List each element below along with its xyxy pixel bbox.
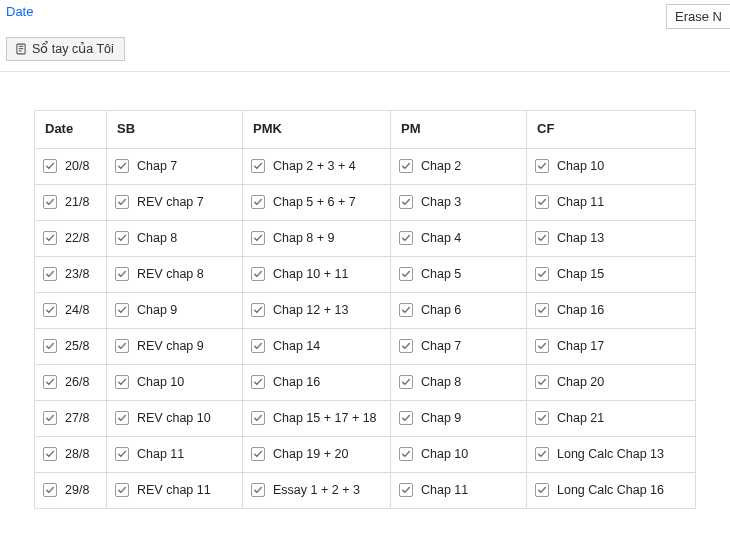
cell-text: Chap 16 [557, 303, 604, 317]
checkbox-icon[interactable] [535, 231, 549, 245]
checkbox-icon[interactable] [535, 483, 549, 497]
checkbox-icon[interactable] [115, 303, 129, 317]
cell-pm: Chap 11 [391, 473, 527, 509]
checkbox-icon[interactable] [43, 267, 57, 281]
cell-text: 25/8 [65, 339, 89, 353]
cell-cf: Chap 21 [527, 401, 696, 437]
cell-text: REV chap 7 [137, 195, 204, 209]
cell-text: Essay 1 + 2 + 3 [273, 483, 360, 497]
table-row: 29/8REV chap 11Essay 1 + 2 + 3Chap 11Lon… [35, 473, 696, 509]
checkbox-icon[interactable] [43, 195, 57, 209]
checkbox-icon[interactable] [399, 483, 413, 497]
column-header: Date [35, 111, 107, 149]
checkbox-icon[interactable] [535, 339, 549, 353]
checkbox-icon[interactable] [399, 339, 413, 353]
cell-pmk: Chap 15 + 17 + 18 [243, 401, 391, 437]
checkbox-icon[interactable] [251, 231, 265, 245]
checkbox-icon[interactable] [43, 339, 57, 353]
date-link[interactable]: Date [6, 4, 33, 19]
cell-sb: Chap 9 [107, 293, 243, 329]
checkbox-icon[interactable] [115, 411, 129, 425]
cell-sb: REV chap 7 [107, 185, 243, 221]
cell-text: 20/8 [65, 159, 89, 173]
checkbox-icon[interactable] [43, 231, 57, 245]
study-plan-table: DateSBPMKPMCF 20/8Chap 7Chap 2 + 3 + 4Ch… [34, 110, 696, 509]
checkbox-icon[interactable] [43, 375, 57, 389]
cell-pm: Chap 2 [391, 149, 527, 185]
checkbox-icon[interactable] [535, 267, 549, 281]
checkbox-icon[interactable] [43, 483, 57, 497]
cell-sb: Chap 11 [107, 437, 243, 473]
column-header: PM [391, 111, 527, 149]
checkbox-icon[interactable] [399, 375, 413, 389]
cell-cf: Chap 15 [527, 257, 696, 293]
checkbox-icon[interactable] [43, 159, 57, 173]
checkbox-icon[interactable] [115, 195, 129, 209]
checkbox-icon[interactable] [251, 375, 265, 389]
table-row: 21/8REV chap 7Chap 5 + 6 + 7Chap 3Chap 1… [35, 185, 696, 221]
cell-pm: Chap 3 [391, 185, 527, 221]
checkbox-icon[interactable] [535, 411, 549, 425]
checkbox-icon[interactable] [399, 159, 413, 173]
cell-date: 26/8 [35, 365, 107, 401]
my-notebook-tab[interactable]: Sổ tay của Tôi [6, 37, 125, 61]
checkbox-icon[interactable] [535, 195, 549, 209]
checkbox-icon[interactable] [43, 447, 57, 461]
column-header: CF [527, 111, 696, 149]
checkbox-icon[interactable] [115, 375, 129, 389]
checkbox-icon[interactable] [251, 303, 265, 317]
table-row: 24/8Chap 9Chap 12 + 13Chap 6Chap 16 [35, 293, 696, 329]
checkbox-icon[interactable] [251, 447, 265, 461]
checkbox-icon[interactable] [43, 303, 57, 317]
cell-text: Chap 10 + 11 [273, 267, 348, 281]
checkbox-icon[interactable] [251, 339, 265, 353]
checkbox-icon[interactable] [115, 483, 129, 497]
cell-sb: Chap 10 [107, 365, 243, 401]
checkbox-icon[interactable] [115, 339, 129, 353]
notebook-icon [15, 43, 27, 55]
cell-text: Chap 11 [137, 447, 184, 461]
table-row: 22/8Chap 8Chap 8 + 9Chap 4Chap 13 [35, 221, 696, 257]
checkbox-icon[interactable] [399, 195, 413, 209]
checkbox-icon[interactable] [399, 447, 413, 461]
cell-cf: Chap 10 [527, 149, 696, 185]
cell-text: Chap 19 + 20 [273, 447, 348, 461]
checkbox-icon[interactable] [251, 195, 265, 209]
checkbox-icon[interactable] [535, 447, 549, 461]
cell-text: Chap 5 + 6 + 7 [273, 195, 356, 209]
checkbox-icon[interactable] [251, 483, 265, 497]
checkbox-icon[interactable] [399, 267, 413, 281]
cell-cf: Chap 17 [527, 329, 696, 365]
checkbox-icon[interactable] [251, 267, 265, 281]
checkbox-icon[interactable] [535, 159, 549, 173]
cell-pmk: Chap 12 + 13 [243, 293, 391, 329]
checkbox-icon[interactable] [115, 447, 129, 461]
cell-pm: Chap 10 [391, 437, 527, 473]
cell-pmk: Chap 19 + 20 [243, 437, 391, 473]
cell-text: Chap 3 [421, 195, 461, 209]
checkbox-icon[interactable] [43, 411, 57, 425]
erase-button[interactable]: Erase N [666, 4, 730, 29]
checkbox-icon[interactable] [535, 303, 549, 317]
checkbox-icon[interactable] [115, 267, 129, 281]
cell-text: 26/8 [65, 375, 89, 389]
checkbox-icon[interactable] [115, 231, 129, 245]
cell-text: Chap 7 [421, 339, 461, 353]
table-row: 27/8REV chap 10Chap 15 + 17 + 18Chap 9Ch… [35, 401, 696, 437]
checkbox-icon[interactable] [399, 411, 413, 425]
checkbox-icon[interactable] [115, 159, 129, 173]
checkbox-icon[interactable] [251, 159, 265, 173]
cell-text: 27/8 [65, 411, 89, 425]
checkbox-icon[interactable] [399, 231, 413, 245]
cell-text: Chap 2 + 3 + 4 [273, 159, 356, 173]
cell-sb: REV chap 8 [107, 257, 243, 293]
cell-pmk: Chap 8 + 9 [243, 221, 391, 257]
checkbox-icon[interactable] [251, 411, 265, 425]
cell-text: Long Calc Chap 13 [557, 447, 664, 461]
cell-text: Chap 21 [557, 411, 604, 425]
checkbox-icon[interactable] [535, 375, 549, 389]
checkbox-icon[interactable] [399, 303, 413, 317]
cell-date: 28/8 [35, 437, 107, 473]
cell-pmk: Chap 16 [243, 365, 391, 401]
table-row: 28/8Chap 11Chap 19 + 20Chap 10Long Calc … [35, 437, 696, 473]
